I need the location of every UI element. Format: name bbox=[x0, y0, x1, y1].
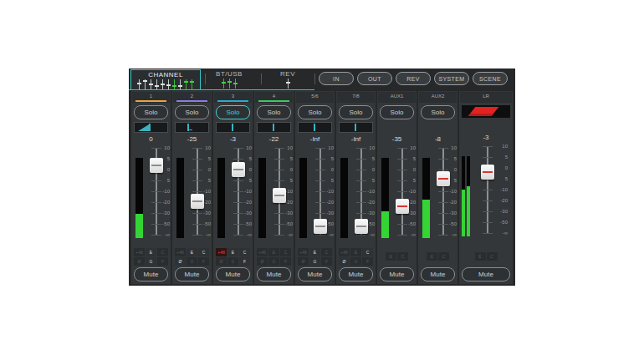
mute-button[interactable]: Mute bbox=[175, 267, 209, 281]
pan-control[interactable] bbox=[175, 122, 209, 133]
mute-button[interactable]: Mute bbox=[380, 267, 414, 281]
scale-label: 5 bbox=[325, 156, 334, 161]
solo-button[interactable]: Solo bbox=[216, 105, 250, 119]
scale-label: -10 bbox=[447, 189, 457, 194]
fader-value: 0 bbox=[131, 134, 171, 145]
scale-label: 5 bbox=[243, 156, 252, 161]
scale-label: 5 bbox=[498, 155, 508, 160]
mixer-app: INOUTREVSYSTEMSCENE CHANNELBT/USBREV 1So… bbox=[129, 68, 515, 286]
channel-strip-7-8: 7/8Solo-Inf10505-10-20-30-50-∞+48ECØGFMu… bbox=[336, 91, 376, 284]
solo-button[interactable]: Solo bbox=[175, 105, 209, 119]
fader-handle[interactable] bbox=[396, 199, 409, 214]
fader-handle[interactable] bbox=[150, 158, 163, 173]
tab-bar: INOUTREVSYSTEMSCENE CHANNELBT/USBREV bbox=[129, 68, 515, 90]
solo-button[interactable]: Solo bbox=[298, 105, 332, 119]
level-meter-fill bbox=[467, 186, 470, 236]
fader-handle[interactable] bbox=[481, 165, 494, 180]
mute-button[interactable]: Mute bbox=[298, 267, 332, 281]
scale-label: -50 bbox=[498, 220, 508, 225]
pan-control[interactable] bbox=[257, 122, 291, 133]
channel-header[interactable]: 3 bbox=[214, 92, 252, 103]
scale-label: 0 bbox=[406, 167, 416, 172]
indicator-g: G bbox=[146, 257, 156, 266]
pan-control[interactable] bbox=[339, 122, 373, 133]
mute-button[interactable]: Mute bbox=[462, 267, 510, 281]
channel-header[interactable]: 2 bbox=[173, 92, 211, 103]
top-button-out[interactable]: OUT bbox=[357, 72, 392, 85]
mute-button[interactable]: Mute bbox=[134, 267, 168, 281]
tab-btusb[interactable]: BT/USB bbox=[207, 69, 251, 89]
channel-header[interactable]: 5/6 bbox=[296, 92, 334, 103]
scale-label: 5 bbox=[161, 178, 170, 183]
solo-button[interactable]: Solo bbox=[380, 105, 414, 119]
solo-button[interactable]: Solo bbox=[339, 105, 373, 119]
scale-label: 10 bbox=[365, 145, 375, 150]
indicator-c: C bbox=[157, 248, 168, 256]
fader-handle[interactable] bbox=[232, 162, 245, 177]
channel-header[interactable]: LR bbox=[460, 92, 512, 103]
scale-label: -30 bbox=[498, 209, 508, 214]
level-meter bbox=[340, 158, 348, 238]
fader-handle[interactable] bbox=[437, 171, 450, 186]
indicator-f: F bbox=[321, 257, 332, 266]
top-button-in[interactable]: IN bbox=[319, 72, 354, 85]
scale-label: 10 bbox=[161, 145, 170, 150]
channel-header[interactable]: AUX2 bbox=[419, 92, 457, 103]
indicator-phase: Ø bbox=[298, 257, 309, 266]
solo-button[interactable]: Solo bbox=[134, 105, 168, 119]
scale-label: 5 bbox=[365, 156, 375, 161]
solo-button[interactable]: Solo bbox=[421, 105, 455, 119]
tab-fader-icons bbox=[269, 79, 306, 89]
indicator-f: F bbox=[198, 257, 209, 266]
mini-fader-icon bbox=[286, 79, 290, 89]
handle-stripe bbox=[356, 226, 366, 227]
tab-channel[interactable]: CHANNEL bbox=[130, 69, 201, 90]
channel-header[interactable]: 4 bbox=[255, 92, 293, 103]
channel-strips: 1Solo010505-10-20-30-50-∞+48ECØGFMute2So… bbox=[131, 91, 513, 284]
scale-label: 5 bbox=[325, 178, 334, 183]
mute-button[interactable]: Mute bbox=[421, 267, 455, 281]
tab-fader-icons bbox=[207, 79, 251, 89]
top-button-system[interactable]: SYSTEM bbox=[434, 72, 469, 85]
scale-label: 10 bbox=[243, 145, 252, 150]
pan-control[interactable] bbox=[216, 122, 250, 133]
scale-label: 0 bbox=[202, 167, 211, 172]
channel-label: 7/8 bbox=[337, 92, 375, 101]
fader-area: 10505-10-20-30-50-∞ bbox=[418, 145, 457, 246]
handle-stripe bbox=[483, 171, 493, 173]
channel-strip-aux2: AUX2Solo-810505-10-20-30-50-∞ECMute bbox=[418, 91, 457, 284]
scale-label: -20 bbox=[161, 200, 170, 205]
scale-label: -10 bbox=[161, 189, 170, 194]
channel-strip-aux1: AUX1Solo-3510505-10-20-30-50-∞ECMute bbox=[377, 91, 417, 284]
level-meter-fill bbox=[462, 190, 465, 236]
channel-header[interactable]: 1 bbox=[132, 92, 170, 103]
indicator-p48: +48 bbox=[216, 248, 227, 256]
tab-rev[interactable]: REV bbox=[269, 69, 306, 89]
fader-handle[interactable] bbox=[355, 219, 368, 234]
mini-fader-icon bbox=[143, 79, 147, 89]
top-button-rev[interactable]: REV bbox=[396, 72, 431, 85]
fader-handle[interactable] bbox=[273, 188, 286, 203]
pan-control[interactable] bbox=[298, 122, 332, 133]
pan-control[interactable] bbox=[134, 122, 168, 133]
top-button-scene[interactable]: SCENE bbox=[473, 72, 508, 85]
indicator-g: G bbox=[268, 257, 279, 266]
scale-label: -50 bbox=[284, 221, 293, 226]
scale-label: 5 bbox=[202, 156, 211, 161]
pan-marker bbox=[273, 124, 274, 131]
tab-label: REV bbox=[269, 70, 306, 79]
scale-label: -10 bbox=[325, 189, 334, 194]
pan-marker bbox=[355, 124, 356, 131]
scale-label: -∞ bbox=[284, 232, 293, 237]
mute-button[interactable]: Mute bbox=[216, 267, 250, 281]
mute-button[interactable]: Mute bbox=[257, 267, 291, 281]
channel-header[interactable]: 7/8 bbox=[337, 92, 375, 103]
handle-stripe bbox=[397, 205, 407, 207]
solo-button[interactable]: Solo bbox=[257, 105, 291, 119]
fader-handle[interactable] bbox=[191, 194, 204, 209]
channel-header[interactable]: AUX1 bbox=[378, 92, 416, 103]
scale-label: 10 bbox=[202, 145, 211, 150]
fader-handle[interactable] bbox=[314, 219, 327, 234]
indicator-c: C bbox=[362, 248, 373, 256]
mute-button[interactable]: Mute bbox=[339, 267, 373, 281]
